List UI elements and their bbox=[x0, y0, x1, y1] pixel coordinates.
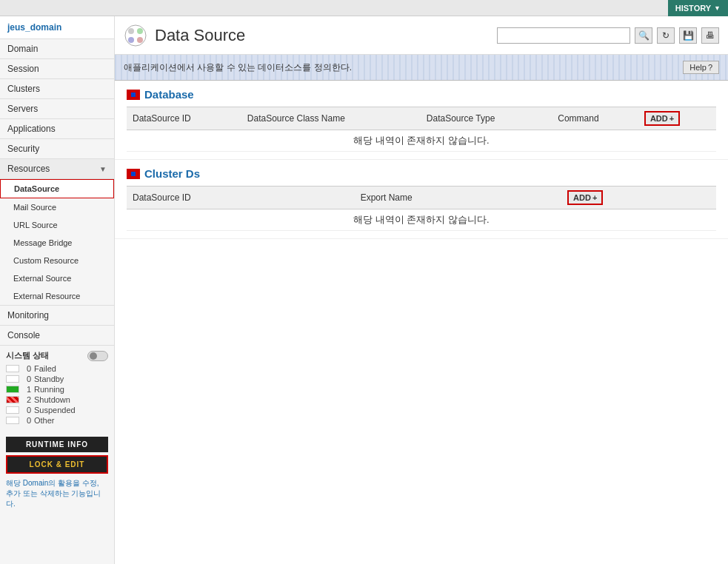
content-header: Data Source 🔍 ↻ 💾 🖶 bbox=[115, 16, 728, 55]
lock-edit-button[interactable]: LOCK & EDIT bbox=[6, 455, 108, 474]
sidebar-bottom: RUNTIME INFO LOCK & EDIT 해당 Domain의 활용을 … bbox=[0, 431, 114, 515]
sidebar: jeus_domain Domain Session Clusters Serv… bbox=[0, 16, 115, 564]
svg-point-1 bbox=[128, 28, 134, 34]
cluster-ds-section-title: Cluster Ds bbox=[127, 167, 716, 180]
sidebar-item-security[interactable]: Security bbox=[0, 139, 114, 158]
cluster-ds-add-cell: ADD + bbox=[561, 187, 716, 209]
info-text: 애플리케이션에서 사용할 수 있는 데이터소스를 정의한다. bbox=[124, 61, 352, 74]
sidebar-item-url-source[interactable]: URL Source bbox=[0, 216, 114, 234]
system-status-header: 시스템 상태 bbox=[6, 350, 108, 361]
search-button[interactable]: 🔍 bbox=[635, 27, 652, 44]
sidebar-item-external-resource[interactable]: External Resource bbox=[0, 287, 114, 305]
runtime-info-button[interactable]: RUNTIME INFO bbox=[6, 437, 108, 452]
sidebar-section-monitoring: Monitoring bbox=[0, 306, 114, 326]
sidebar-item-custom-resource[interactable]: Custom Resource bbox=[0, 252, 114, 269]
sidebar-description: 해당 Domain의 활용을 수정, 추가 또는 삭제하는 기능입니다. bbox=[6, 478, 108, 509]
history-button[interactable]: HISTORY ▼ bbox=[668, 0, 728, 16]
sidebar-section-session: Session bbox=[0, 59, 114, 79]
cluster-ds-header-row: DataSource ID Export Name ADD + bbox=[127, 187, 716, 209]
cluster-ds-empty-message: 해당 내역이 존재하지 않습니다. bbox=[127, 209, 716, 231]
system-status: 시스템 상태 0 Failed 0 Standby 1 Running bbox=[0, 346, 114, 431]
svg-point-2 bbox=[137, 28, 143, 34]
history-chevron: ▼ bbox=[714, 4, 721, 12]
cluster-ds-col-id: DataSource ID bbox=[127, 187, 355, 209]
system-status-toggle[interactable] bbox=[87, 351, 108, 361]
database-flag-icon bbox=[127, 90, 140, 100]
toggle-knob bbox=[90, 352, 97, 360]
sidebar-item-resources[interactable]: Resources ▼ bbox=[0, 159, 114, 179]
sidebar-item-session[interactable]: Session bbox=[0, 59, 114, 78]
cluster-ds-table: DataSource ID Export Name ADD + 해당 내역이 존… bbox=[127, 186, 716, 231]
database-add-cell: ADD + bbox=[638, 107, 716, 130]
database-add-button[interactable]: ADD + bbox=[644, 111, 680, 126]
top-bar: HISTORY ▼ bbox=[0, 0, 728, 16]
other-indicator bbox=[6, 417, 19, 424]
export-button[interactable]: 💾 bbox=[679, 27, 697, 44]
sidebar-section-console: Console bbox=[0, 326, 114, 346]
sidebar-item-applications[interactable]: Applications bbox=[0, 119, 114, 138]
sidebar-section-servers: Servers bbox=[0, 99, 114, 119]
sidebar-item-datasource[interactable]: DataSource bbox=[0, 179, 114, 198]
database-table-header-row: DataSource ID DataSource Class Name Data… bbox=[127, 107, 716, 130]
sidebar-section-clusters: Clusters bbox=[0, 79, 114, 99]
sidebar-item-clusters[interactable]: Clusters bbox=[0, 79, 114, 98]
cluster-ds-section: Cluster Ds DataSource ID Export Name ADD… bbox=[115, 160, 728, 239]
suspended-indicator bbox=[6, 406, 19, 414]
svg-point-3 bbox=[128, 37, 134, 43]
page-icon bbox=[124, 24, 147, 47]
status-row-other: 0 Other bbox=[6, 416, 108, 425]
help-label: Help bbox=[689, 63, 707, 72]
help-button[interactable]: Help ? bbox=[683, 61, 719, 74]
cluster-ds-add-icon: + bbox=[592, 193, 597, 202]
svg-point-0 bbox=[125, 25, 146, 46]
cluster-ds-add-button[interactable]: ADD + bbox=[567, 190, 603, 205]
status-row-standby: 0 Standby bbox=[6, 375, 108, 383]
database-col-id: DataSource ID bbox=[127, 107, 241, 130]
sidebar-item-servers[interactable]: Servers bbox=[0, 99, 114, 118]
database-section: Database DataSource ID DataSource Class … bbox=[115, 81, 728, 160]
standby-indicator bbox=[6, 375, 19, 383]
cluster-ds-empty-row: 해당 내역이 존재하지 않습니다. bbox=[127, 209, 716, 231]
print-button[interactable]: 🖶 bbox=[701, 27, 719, 44]
main-layout: jeus_domain Domain Session Clusters Serv… bbox=[0, 16, 728, 564]
sidebar-section-resources: Resources ▼ DataSource Mail Source URL S… bbox=[0, 159, 114, 306]
database-table: DataSource ID DataSource Class Name Data… bbox=[127, 107, 716, 152]
resources-chevron-icon: ▼ bbox=[99, 165, 107, 173]
page-title: Data Source bbox=[155, 26, 245, 45]
sidebar-section-domain: Domain bbox=[0, 39, 114, 59]
sidebar-item-console[interactable]: Console bbox=[0, 326, 114, 345]
status-row-failed: 0 Failed bbox=[6, 364, 108, 373]
content-area: Data Source 🔍 ↻ 💾 🖶 애플리케이션에서 사용할 수 있는 데이… bbox=[115, 16, 728, 564]
info-bar: 애플리케이션에서 사용할 수 있는 데이터소스를 정의한다. Help ? bbox=[115, 55, 728, 81]
refresh-button[interactable]: ↻ bbox=[657, 27, 675, 44]
sidebar-item-domain[interactable]: Domain bbox=[0, 39, 114, 58]
running-indicator bbox=[6, 386, 19, 393]
sidebar-item-external-source[interactable]: External Source bbox=[0, 269, 114, 287]
status-row-suspended: 0 Suspended bbox=[6, 406, 108, 414]
sidebar-item-monitoring[interactable]: Monitoring bbox=[0, 306, 114, 325]
search-input[interactable] bbox=[497, 27, 630, 44]
cluster-ds-col-export: Export Name bbox=[355, 187, 561, 209]
history-label: HISTORY bbox=[675, 4, 711, 13]
failed-indicator bbox=[6, 365, 19, 372]
status-row-shutdown: 2 Shutdown bbox=[6, 395, 108, 404]
status-row-running: 1 Running bbox=[6, 385, 108, 394]
database-section-title: Database bbox=[127, 88, 716, 101]
sidebar-user[interactable]: jeus_domain bbox=[0, 16, 114, 39]
header-right: 🔍 ↻ 💾 🖶 bbox=[497, 27, 719, 44]
database-col-class: DataSource Class Name bbox=[241, 107, 421, 130]
svg-point-4 bbox=[137, 37, 143, 43]
database-col-type: DataSource Type bbox=[421, 107, 552, 130]
database-empty-row: 해당 내역이 존재하지 않습니다. bbox=[127, 130, 716, 152]
database-add-icon: + bbox=[669, 114, 674, 123]
sidebar-item-mail-source[interactable]: Mail Source bbox=[0, 198, 114, 216]
sidebar-section-applications: Applications bbox=[0, 119, 114, 139]
cluster-ds-flag-icon bbox=[127, 169, 140, 179]
sidebar-item-message-bridge[interactable]: Message Bridge bbox=[0, 234, 114, 252]
shutdown-indicator bbox=[6, 396, 19, 403]
database-empty-message: 해당 내역이 존재하지 않습니다. bbox=[127, 130, 716, 152]
help-icon: ? bbox=[708, 63, 712, 72]
database-col-command: Command bbox=[552, 107, 638, 130]
sidebar-section-security: Security bbox=[0, 139, 114, 159]
